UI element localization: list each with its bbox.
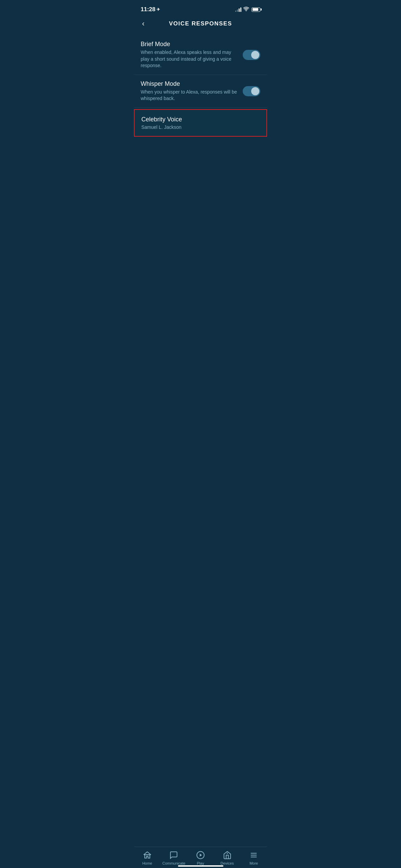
status-icons xyxy=(235,7,260,13)
nav-header: ‹ VOICE RESPONSES xyxy=(134,17,267,33)
whisper-mode-description: When you whisper to Alexa, responses wil… xyxy=(141,89,237,102)
battery-icon xyxy=(252,7,260,12)
status-bar: 11:28 ✈ xyxy=(134,0,267,17)
whisper-mode-toggle[interactable] xyxy=(243,86,260,96)
brief-mode-toggle[interactable] xyxy=(243,50,260,60)
whisper-mode-text: Whisper Mode When you whisper to Alexa, … xyxy=(141,80,243,102)
celebrity-voice-title: Celebrity Voice xyxy=(141,116,260,123)
wifi-icon xyxy=(243,7,249,13)
celebrity-voice-item[interactable]: Celebrity Voice Samuel L. Jackson xyxy=(134,109,267,137)
whisper-mode-item: Whisper Mode When you whisper to Alexa, … xyxy=(134,75,267,108)
status-time: 11:28 ✈ xyxy=(141,6,160,13)
page-title: VOICE RESPONSES xyxy=(169,20,232,27)
time-display: 11:28 xyxy=(141,6,155,13)
brief-mode-text: Brief Mode When enabled, Alexa speaks le… xyxy=(141,41,243,69)
brief-mode-description: When enabled, Alexa speaks less and may … xyxy=(141,49,237,69)
signal-bars-icon xyxy=(235,7,241,12)
brief-mode-title: Brief Mode xyxy=(141,41,237,48)
brief-mode-item: Brief Mode When enabled, Alexa speaks le… xyxy=(134,35,267,75)
celebrity-voice-subtitle: Samuel L. Jackson xyxy=(141,124,260,130)
back-button[interactable]: ‹ xyxy=(141,19,146,29)
location-icon: ✈ xyxy=(157,7,160,12)
toggle-knob xyxy=(251,51,259,59)
whisper-mode-title: Whisper Mode xyxy=(141,80,237,87)
content-area: Brief Mode When enabled, Alexa speaks le… xyxy=(134,33,267,141)
toggle-knob-2 xyxy=(251,87,259,95)
